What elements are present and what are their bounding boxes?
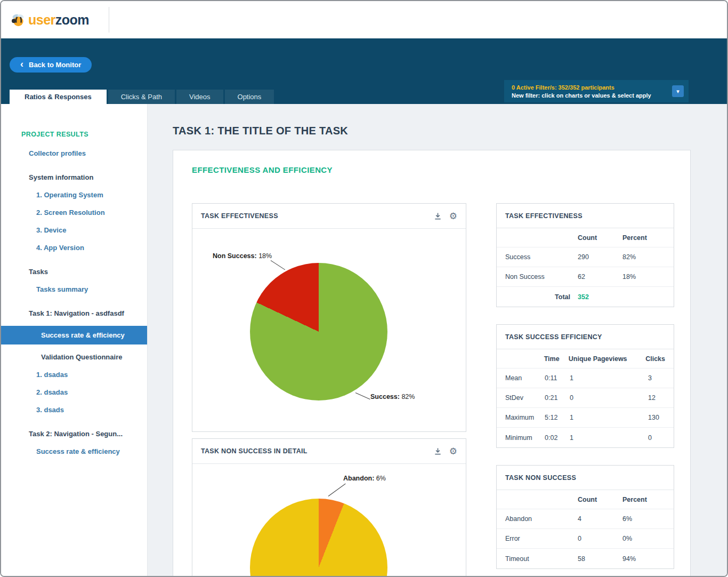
tab-bar: Ratios & Responses Clicks & Path Videos … [10, 90, 276, 104]
gear-icon: ⚙ [449, 212, 457, 221]
charts-column: TASK EFFECTIVENESS ⚙ [192, 203, 466, 576]
table-header-row: Time Unique Pageviews Clicks [497, 349, 674, 368]
tab-videos[interactable]: Videos [176, 90, 223, 104]
table-row[interactable]: Minimum 0:02 1 0 [497, 428, 674, 447]
download-button[interactable] [434, 212, 442, 220]
pie-label-non-success: Non Success: 18% [213, 252, 272, 260]
sidebar-item-screen-resolution[interactable]: 2. Screen Resolution [1, 204, 147, 221]
main-panel: TASK 1: THE TITLE OF THE TASK EFFECTIVEN… [148, 104, 727, 576]
task-non-success-chart-panel: TASK NON SUCCESS IN DETAIL ⚙ [192, 438, 466, 576]
sidebar-item-dsads-3[interactable]: 3. dsads [1, 401, 147, 419]
sidebar-section-task-1[interactable]: Task 1: Navigation - asdfasdf [1, 304, 147, 322]
table-row[interactable]: Abandon 4 6% [497, 509, 674, 529]
filter-summary[interactable]: 0 Active Filter/s: 352/352 participants … [504, 80, 689, 102]
filter-dropdown-button[interactable]: ▾ [672, 85, 684, 97]
sidebar-section-task-2[interactable]: Task 2: Navigation - Segun... [1, 425, 147, 443]
table-title: TASK SUCCESS EFFICIENCY [497, 325, 674, 349]
sidebar-item-device[interactable]: 3. Device [1, 221, 147, 239]
panel-header: TASK EFFECTIVENESS ⚙ [192, 204, 466, 229]
pie-label-abandon: Abandon: 6% [343, 475, 386, 482]
content-area: PROJECT RESULTS Collector profiles Syste… [1, 104, 727, 576]
active-filters-status: 0 Active Filter/s: 352/352 participants [512, 84, 672, 91]
logo-text: userzoom [28, 12, 89, 28]
panel-title: TASK EFFECTIVENESS [201, 212, 426, 220]
tables-column: TASK EFFECTIVENESS Count Percent Success… [496, 203, 674, 576]
filter-text: 0 Active Filter/s: 352/352 participants … [512, 84, 672, 99]
sidebar-item-task1-success-rate[interactable]: Success rate & efficiency [1, 326, 147, 344]
download-button[interactable] [434, 447, 442, 455]
sidebar-section-tasks[interactable]: Tasks [1, 263, 147, 281]
pie-chart-area: Non Success: 18% Success: 82% [192, 229, 466, 431]
table-row[interactable]: Non Success 62 18% [497, 267, 674, 287]
table-row[interactable]: Maximum 5:12 1 130 [497, 408, 674, 428]
page-title: TASK 1: THE TITLE OF THE TASK [173, 125, 727, 137]
tab-ratios-responses[interactable]: Ratios & Responses [10, 90, 107, 104]
sidebar-section-validation-questionnaire[interactable]: Validation Questionnaire [1, 348, 147, 366]
sidebar-section-system-information[interactable]: System information [1, 169, 147, 186]
settings-button[interactable]: ⚙ [449, 447, 457, 456]
sidebar-item-dsadas-2[interactable]: 2. dsadas [1, 383, 147, 401]
pie-label-success: Success: 82% [370, 393, 415, 400]
table-title: TASK EFFECTIVENESS [497, 204, 674, 228]
userzoom-logo[interactable]: userzoom [11, 12, 100, 28]
sidebar-item-dsadas-1[interactable]: 1. dsadas [1, 366, 147, 383]
task-effectiveness-pie[interactable] [250, 263, 387, 400]
gear-icon: ⚙ [449, 447, 457, 456]
task-effectiveness-chart-panel: TASK EFFECTIVENESS ⚙ [192, 203, 466, 432]
sidebar-item-app-version[interactable]: 4. App Version [1, 239, 147, 257]
settings-button[interactable]: ⚙ [449, 212, 457, 221]
section-heading: EFFECTIVENESS AND EFFICIENCY [192, 165, 673, 174]
sidebar-item-operating-system[interactable]: 1. Operating System [1, 186, 147, 204]
table-header-row: Count Percent [497, 490, 674, 509]
task-non-success-table: TASK NON SUCCESS Count Percent Abandon 4… [496, 465, 674, 569]
leader-line [271, 260, 285, 270]
panel-title: TASK NON SUCCESS IN DETAIL [201, 447, 426, 455]
table-row[interactable]: Timeout 58 94% [497, 549, 674, 568]
tab-clicks-path[interactable]: Clicks & Path [108, 90, 175, 104]
back-to-monitor-button[interactable]: ‹ Back to Monitor [10, 57, 92, 73]
sidebar-heading: PROJECT RESULTS [1, 131, 147, 138]
tab-options[interactable]: Options [225, 90, 274, 104]
task-effectiveness-table: TASK EFFECTIVENESS Count Percent Success… [496, 203, 674, 307]
back-button-label: Back to Monitor [29, 61, 81, 69]
filter-hint: New filter: click on charts or values & … [512, 92, 672, 99]
app-window: userzoom ‹ Back to Monitor 0 Active Filt… [0, 0, 728, 577]
table-row[interactable]: Mean 0:11 1 3 [497, 368, 674, 388]
table-title: TASK NON SUCCESS [497, 466, 674, 490]
table-total-row: Total 352 [497, 287, 674, 307]
header-divider [109, 7, 109, 33]
app-header: userzoom [1, 1, 727, 38]
sidebar: PROJECT RESULTS Collector profiles Syste… [1, 104, 148, 576]
results-card: EFFECTIVENESS AND EFFICIENCY TASK EFFECT… [173, 150, 691, 576]
sidebar-item-task2-success-rate[interactable]: Success rate & efficiency [1, 443, 147, 460]
download-icon [434, 447, 442, 455]
navbar: ‹ Back to Monitor 0 Active Filter/s: 352… [1, 38, 727, 104]
table-row[interactable]: Error 0 0% [497, 529, 674, 549]
download-icon [434, 212, 442, 220]
pie-chart-area: Abandon: 6% [192, 464, 466, 576]
bee-icon [11, 13, 25, 27]
table-row[interactable]: Success 290 82% [497, 247, 674, 267]
panel-header: TASK NON SUCCESS IN DETAIL ⚙ [192, 439, 466, 464]
sidebar-item-collector-profiles[interactable]: Collector profiles [1, 145, 147, 162]
chevron-down-icon: ▾ [676, 88, 680, 95]
chevron-left-icon: ‹ [20, 59, 23, 69]
table-row[interactable]: StDev 0:21 0 12 [497, 388, 674, 408]
leader-line [328, 484, 346, 496]
leader-line [355, 392, 370, 399]
table-header-row: Count Percent [497, 228, 674, 247]
sidebar-item-tasks-summary[interactable]: Tasks summary [1, 281, 147, 298]
task-non-success-pie[interactable] [250, 499, 387, 576]
task-success-efficiency-table: TASK SUCCESS EFFICIENCY Time Unique Page… [496, 324, 674, 448]
